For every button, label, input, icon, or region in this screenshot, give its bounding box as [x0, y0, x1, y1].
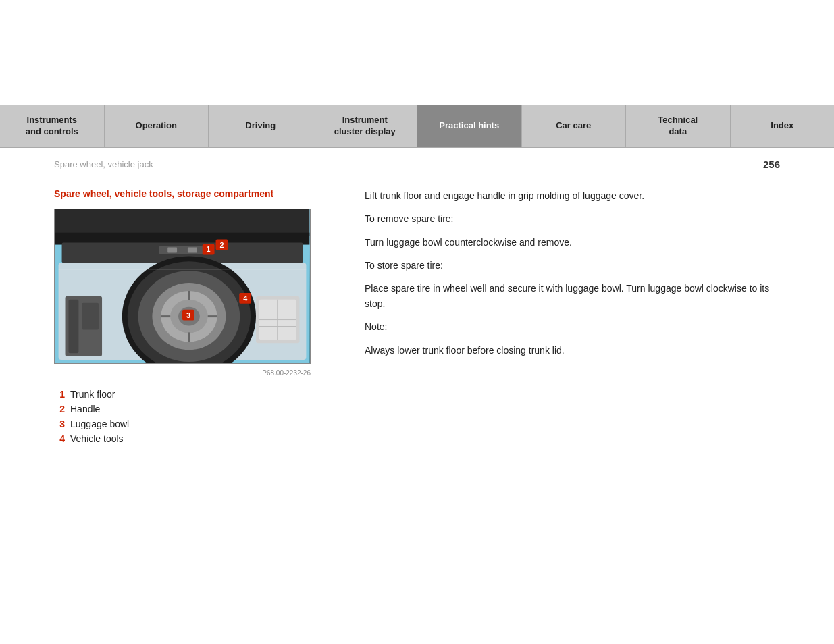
- nav-item-instruments[interactable]: Instruments and controls: [0, 105, 105, 147]
- page-content: Spare wheel, vehicle jack 256 Spare whee…: [0, 148, 834, 475]
- svg-text:2: 2: [219, 240, 224, 248]
- right-para-5: Place spare tire in wheel well and secur…: [365, 281, 780, 311]
- nav-item-practical[interactable]: Practical hints: [417, 105, 522, 147]
- note-label: Note:: [365, 319, 780, 334]
- nav-item-cluster[interactable]: Instrument cluster display: [313, 105, 418, 147]
- right-para-4: To store spare tire:: [365, 258, 780, 273]
- list-item-1: 1 Trunk floor: [54, 389, 338, 400]
- right-column: Lift trunk floor and engage handle in gr…: [365, 188, 780, 448]
- svg-text:4: 4: [243, 294, 247, 302]
- left-column: Spare wheel, vehicle tools, storage comp…: [54, 188, 338, 448]
- page-header: Spare wheel, vehicle jack 256: [54, 159, 780, 176]
- svg-rect-4: [159, 246, 205, 254]
- svg-text:1: 1: [207, 245, 211, 253]
- nav-item-operation[interactable]: Operation: [105, 105, 209, 147]
- svg-rect-8: [188, 247, 197, 252]
- numbered-list: 1 Trunk floor 2 Handle 3 Luggage bowl 4 …: [54, 389, 338, 444]
- nav-item-technical[interactable]: Technical data: [626, 105, 731, 147]
- list-item-4: 4 Vehicle tools: [54, 433, 338, 444]
- trunk-illustration: 1 2: [54, 209, 311, 364]
- nav-item-index[interactable]: Index: [731, 105, 835, 147]
- svg-rect-1: [55, 209, 310, 236]
- list-item-3: 3 Luggage bowl: [54, 419, 338, 429]
- right-para-2: To remove spare tire:: [365, 211, 780, 226]
- page-number: 256: [763, 159, 780, 170]
- svg-rect-7: [167, 247, 177, 252]
- nav-item-driving[interactable]: Driving: [209, 105, 313, 147]
- navigation-bar: Instruments and controls Operation Drivi…: [0, 105, 834, 148]
- svg-rect-34: [82, 303, 99, 330]
- section-title: Spare wheel, vehicle tools, storage comp…: [54, 188, 338, 199]
- note-text: Always lower trunk floor before closing …: [365, 343, 780, 358]
- right-para-3: Turn luggage bowl counterclockwise and r…: [365, 235, 780, 250]
- svg-text:3: 3: [186, 311, 190, 319]
- breadcrumb: Spare wheel, vehicle jack: [54, 159, 153, 169]
- main-body: Spare wheel, vehicle tools, storage comp…: [54, 188, 780, 448]
- svg-rect-33: [68, 300, 78, 353]
- image-caption: P68.00-2232-26: [54, 369, 311, 377]
- nav-item-carcare[interactable]: Car care: [522, 105, 627, 147]
- list-item-2: 2 Handle: [54, 404, 338, 414]
- right-para-1: Lift trunk floor and engage handle in gr…: [365, 188, 780, 203]
